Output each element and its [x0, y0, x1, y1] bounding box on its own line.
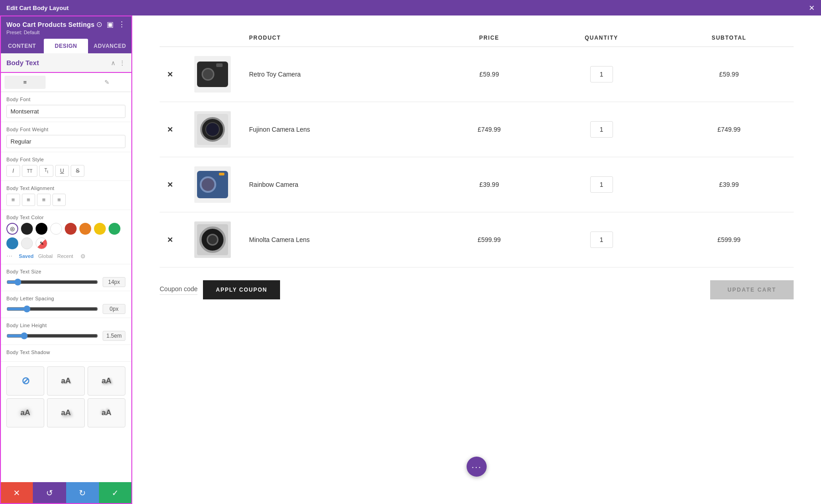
- image-cell-1: [187, 47, 242, 102]
- remove-button-2[interactable]: ✕: [167, 126, 173, 134]
- color-swatch-red[interactable]: [65, 223, 77, 235]
- body-line-height-slider[interactable]: [6, 332, 98, 339]
- shadow-none[interactable]: ⊘: [6, 366, 44, 396]
- italic-button[interactable]: I: [6, 165, 20, 177]
- body-text-size-label: Body Text Size: [6, 269, 125, 274]
- apply-coupon-button[interactable]: APPLY COUPON: [203, 280, 280, 299]
- shadow-box-5[interactable]: aA: [88, 398, 125, 427]
- quantity-input-4[interactable]: 1: [590, 231, 613, 248]
- subtab-edit[interactable]: ✎: [86, 76, 127, 89]
- align-justify-button[interactable]: ≡: [52, 194, 66, 206]
- align-center-button[interactable]: ≡: [22, 194, 36, 206]
- tt-button[interactable]: TT: [22, 165, 37, 177]
- remove-cell-3: ✕: [160, 157, 187, 212]
- cancel-button[interactable]: ✕: [0, 482, 33, 504]
- undo-button[interactable]: ↺: [33, 482, 66, 504]
- col-quantity: QUANTITY: [539, 29, 665, 47]
- price-cell-2: £749.99: [440, 102, 538, 157]
- qty-cell-2: 1: [539, 102, 665, 157]
- body-font-style-group: Body Font Style I TT Tt U S: [0, 152, 132, 181]
- product-image-2: [194, 111, 231, 148]
- col-product: PRODUCT: [242, 29, 440, 47]
- color-tab-saved[interactable]: Saved: [19, 253, 33, 259]
- line-height-slider-row: 1.5em: [6, 331, 125, 341]
- section-header: Body Text ∧ ⋮: [0, 53, 132, 73]
- shadow-grid: ⊘ aA aA aA aA aA: [0, 362, 132, 432]
- quantity-input-1[interactable]: 1: [590, 66, 613, 82]
- quantity-input-3[interactable]: 1: [590, 176, 613, 193]
- section-more-icon[interactable]: ⋮: [119, 59, 125, 67]
- body-font-weight-group: Body Font Weight Regular: [0, 122, 132, 152]
- remove-button-3[interactable]: ✕: [167, 181, 173, 189]
- shadow-text-2: aA: [102, 376, 112, 386]
- image-cell-3: [187, 157, 242, 212]
- collapse-icon[interactable]: ∧: [111, 59, 115, 67]
- color-swatch-white[interactable]: [50, 223, 62, 235]
- minolta-camera-icon: [197, 224, 228, 255]
- body-letter-spacing-value: 0px: [103, 304, 125, 314]
- cart-table: PRODUCT PRICE QUANTITY SUBTOTAL ✕ Retro …: [160, 29, 794, 267]
- color-pen-icon[interactable]: ✎: [36, 237, 47, 249]
- color-swatch-orange[interactable]: [79, 223, 91, 235]
- body-font-style-label: Body Font Style: [6, 157, 125, 162]
- col-remove: [160, 29, 187, 47]
- color-swatch-yellow[interactable]: [94, 223, 106, 235]
- shadow-box-4[interactable]: aA: [47, 398, 85, 427]
- table-row: ✕ Fujinon Camera Lens £749.99 1 £749.99: [160, 102, 794, 157]
- subtab-middle[interactable]: [46, 76, 87, 89]
- main-layout: Woo Cart Products Settings ⊙ ▣ ⋮ Preset:…: [0, 15, 821, 504]
- color-swatch-green[interactable]: [109, 223, 120, 235]
- name-cell-2: Fujinon Camera Lens: [242, 102, 440, 157]
- lens-camera-icon: [197, 114, 228, 145]
- subtotal-cell-3: £39.99: [665, 157, 794, 212]
- body-text-alignment-group: Body Text Alignment ≡ ≡ ≡ ≡: [0, 181, 132, 210]
- color-swatch-blue[interactable]: [6, 237, 18, 249]
- update-cart-button[interactable]: UPDATE CART: [710, 280, 794, 299]
- tab-content[interactable]: Content: [0, 39, 44, 53]
- close-icon[interactable]: ✕: [809, 4, 815, 12]
- body-text-size-group: Body Text Size 14px: [0, 264, 132, 291]
- body-text-size-slider[interactable]: [6, 278, 98, 286]
- redo-button[interactable]: ↻: [66, 482, 99, 504]
- tc-button[interactable]: Tt: [39, 165, 53, 177]
- color-settings-icon[interactable]: ⚙: [80, 253, 86, 260]
- columns-icon[interactable]: ▣: [107, 20, 114, 29]
- body-line-height-group: Body Line Height 1.5em: [0, 318, 132, 345]
- shadow-text-1: aA: [61, 376, 71, 386]
- table-row: ✕ Retro Toy Camera £59.99 1 £59.99: [160, 47, 794, 102]
- color-tabs: ··· Saved Global Recent ⚙: [6, 252, 125, 260]
- color-swatch-dark[interactable]: [21, 223, 33, 235]
- underline-button[interactable]: U: [55, 165, 69, 177]
- subtotal-cell-4: £599.99: [665, 212, 794, 267]
- tab-advanced[interactable]: Advanced: [88, 39, 132, 53]
- shadow-text-4: aA: [61, 408, 71, 417]
- quantity-input-2[interactable]: 1: [590, 121, 613, 138]
- body-font-group: Body Font Montserrat: [0, 92, 132, 122]
- remove-button-1[interactable]: ✕: [167, 71, 173, 78]
- col-price: PRICE: [440, 29, 538, 47]
- shadow-box-2[interactable]: aA: [88, 366, 125, 396]
- color-eyedropper[interactable]: ◎: [6, 223, 18, 235]
- rainbow-camera-icon: [197, 171, 228, 198]
- align-left-button[interactable]: ≡: [6, 194, 20, 206]
- more-icon[interactable]: ⋮: [118, 20, 125, 29]
- color-swatch-black[interactable]: [36, 223, 47, 235]
- color-tab-recent[interactable]: Recent: [57, 253, 73, 259]
- strikethrough-button[interactable]: S: [71, 165, 84, 177]
- shadow-box-3[interactable]: aA: [6, 398, 44, 427]
- align-right-button[interactable]: ≡: [37, 194, 51, 206]
- settings-icon[interactable]: ⊙: [96, 20, 102, 29]
- remove-button-4[interactable]: ✕: [167, 236, 173, 244]
- tab-design[interactable]: Design: [44, 39, 88, 53]
- price-cell-4: £599.99: [440, 212, 538, 267]
- floating-dots-button[interactable]: ···: [467, 457, 487, 477]
- save-button[interactable]: ✓: [99, 482, 132, 504]
- body-font-select[interactable]: Montserrat: [6, 105, 125, 118]
- body-font-weight-select[interactable]: Regular: [6, 135, 125, 148]
- preset-label[interactable]: Preset: Default: [6, 30, 125, 35]
- shadow-box-1[interactable]: aA: [47, 366, 85, 396]
- body-letter-spacing-slider[interactable]: [6, 305, 98, 313]
- color-tab-global[interactable]: Global: [38, 253, 53, 259]
- subtab-align[interactable]: ≡: [5, 76, 46, 89]
- color-swatch-light[interactable]: [21, 237, 33, 249]
